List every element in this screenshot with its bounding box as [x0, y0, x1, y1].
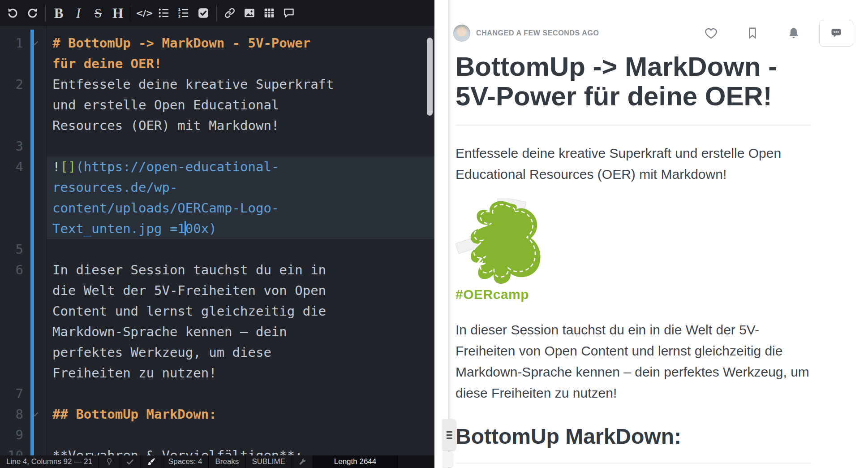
editor-row[interactable]: 9 — [0, 425, 434, 445]
editor-row[interactable]: Content und lernst gleichzeitig die — [0, 301, 434, 321]
editor-row[interactable]: 4![](https://open-educational- — [0, 156, 434, 177]
bell-icon[interactable] — [787, 26, 800, 40]
fold-chevron-icon[interactable] — [23, 33, 46, 53]
section-drag-handle[interactable] — [443, 419, 456, 451]
heading-button[interactable]: H — [108, 3, 128, 23]
bookmark-icon[interactable] — [746, 26, 759, 40]
bold-button[interactable]: B — [49, 3, 69, 23]
toolbar-separator — [45, 5, 46, 21]
unordered-list-button[interactable] — [154, 3, 174, 23]
strikethrough-icon: S — [95, 7, 102, 20]
line-number: 4 — [0, 156, 23, 177]
oercamp-logo: ✂ #OERcamp — [455, 198, 550, 302]
editor-row[interactable]: perfektes Werkzeug, um diese — [0, 342, 434, 363]
fold-gutter — [23, 74, 46, 95]
editor-scrollbar[interactable] — [427, 38, 433, 116]
table-button[interactable] — [259, 3, 279, 23]
wrench-icon[interactable] — [292, 455, 313, 468]
code-text: Resources (OER) mit Markdown! — [46, 115, 279, 136]
toolbar-separator — [131, 5, 131, 21]
fold-chevron-icon[interactable] — [23, 404, 46, 425]
brush-icon[interactable] — [141, 455, 162, 468]
oercamp-logo-text: #OERcamp — [455, 287, 550, 302]
note-actions — [704, 26, 800, 40]
code-text: content/uploads/OERCamp-Logo- — [46, 198, 279, 218]
editor-row[interactable]: 8## BottomUp MarkDown: — [0, 404, 434, 425]
editor-row[interactable]: resources.de/wp- — [0, 177, 434, 198]
check-icon[interactable] — [120, 455, 141, 468]
code-text: perfektes Werkzeug, um diese — [46, 342, 271, 363]
chat-dots-icon — [830, 27, 842, 39]
redo-button[interactable] — [22, 3, 42, 23]
line-number — [0, 198, 23, 218]
fold-gutter — [23, 239, 46, 260]
editor-row[interactable]: und erstelle Open Educational — [0, 95, 434, 115]
line-number: 3 — [0, 136, 23, 156]
author-avatar[interactable] — [453, 25, 470, 42]
ordered-list-button[interactable]: 123 — [174, 3, 193, 23]
fold-gutter — [23, 53, 46, 74]
fold-gutter — [23, 280, 46, 301]
editor-row[interactable]: 6In dieser Session tauchst du ein in — [0, 260, 434, 280]
link-button[interactable] — [220, 3, 240, 23]
code-text: ## BottomUp MarkDown: — [46, 404, 217, 425]
editor-row[interactable]: 10**Verwahren & Vervielfältigen**: — [0, 445, 434, 455]
toolbar-separator — [216, 5, 217, 21]
image-button[interactable] — [240, 3, 259, 23]
code-text: für deine OER! — [46, 53, 162, 74]
code-button[interactable]: </> — [134, 3, 154, 23]
editor-pane: BISH</>123 1# BottomUp -> MarkDown - 5V-… — [0, 0, 434, 468]
task-list-button[interactable] — [193, 3, 213, 23]
code-text: **Verwahren & Vervielfältigen**: — [46, 445, 303, 455]
editor-row[interactable]: Text_unten.jpg =100x) — [0, 218, 434, 239]
bold-icon: B — [54, 6, 64, 20]
editor-row[interactable]: für deine OER! — [0, 53, 434, 74]
editor-row[interactable]: Markdown-Sprache kennen – dein — [0, 321, 434, 342]
italic-button[interactable]: I — [69, 3, 88, 23]
code-editor[interactable]: 1# BottomUp -> MarkDown - 5V-Powerfür de… — [0, 26, 434, 455]
code-text: Entfessele deine kreative Superkraft — [46, 74, 334, 95]
linebreak-setting[interactable]: Breaks — [209, 455, 245, 468]
editor-row[interactable]: Resources (OER) mit Markdown! — [0, 115, 434, 136]
image-icon — [244, 7, 255, 19]
fold-gutter — [23, 445, 46, 455]
italic-icon: I — [76, 6, 81, 20]
editor-row[interactable]: 7 — [0, 383, 434, 404]
changed-timestamp: CHANGED A FEW SECONDS AGO — [476, 29, 599, 37]
fold-gutter — [23, 115, 46, 136]
code-text: die Welt der 5V-Freiheiten von Open — [46, 280, 326, 301]
keymap-setting[interactable]: SUBLIME — [245, 455, 292, 468]
editor-row[interactable]: die Welt der 5V-Freiheiten von Open — [0, 280, 434, 301]
code-text — [46, 239, 52, 260]
lightbulb-icon[interactable] — [99, 455, 120, 468]
ordered-list-icon: 123 — [178, 7, 189, 19]
code-text: Content und lernst gleichzeitig die — [46, 301, 326, 321]
heart-icon[interactable] — [704, 26, 718, 40]
editor-row[interactable]: 2Entfessele deine kreative Superkraft — [0, 74, 434, 95]
code-text: Freiheiten zu nutzen! — [46, 363, 217, 383]
strikethrough-button[interactable]: S — [88, 3, 108, 23]
editor-row[interactable]: 5 — [0, 239, 434, 260]
line-number — [0, 301, 23, 321]
undo-button[interactable] — [3, 3, 22, 23]
line-number — [0, 342, 23, 363]
indent-setting[interactable]: Spaces: 4 — [162, 455, 209, 468]
section-drag-handle-secondary[interactable] — [443, 452, 453, 467]
task-list-icon — [198, 7, 209, 19]
editor-row[interactable]: content/uploads/OERCamp-Logo- — [0, 198, 434, 218]
line-number: 10 — [0, 445, 23, 455]
code-text: resources.de/wp- — [46, 177, 177, 198]
undo-icon — [7, 7, 19, 19]
editor-row[interactable]: 1# BottomUp -> MarkDown - 5V-Power — [0, 33, 434, 53]
line-number: 2 — [0, 74, 23, 95]
redo-icon — [26, 7, 39, 19]
line-number — [0, 321, 23, 342]
comment-button[interactable] — [279, 3, 299, 23]
comment-button[interactable] — [819, 20, 853, 47]
fold-gutter — [23, 301, 46, 321]
doc-title: BottomUp -> MarkDown - 5V-Power für dein… — [455, 52, 811, 111]
comment-icon — [283, 7, 295, 19]
editor-row[interactable]: Freiheiten zu nutzen! — [0, 363, 434, 383]
svg-text:3: 3 — [178, 14, 180, 19]
editor-row[interactable]: 3 — [0, 136, 434, 156]
